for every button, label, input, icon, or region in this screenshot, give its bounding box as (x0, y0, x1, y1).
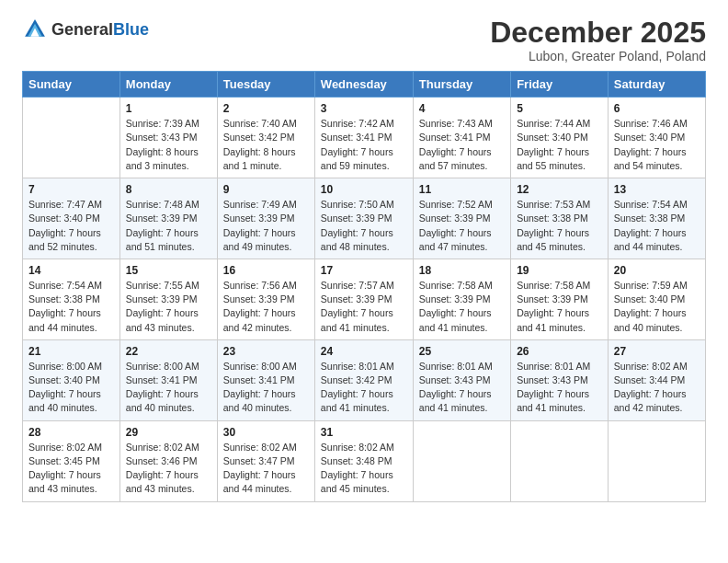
day-number: 7 (28, 183, 114, 196)
day-info: Sunrise: 8:00 AMSunset: 3:41 PMDaylight:… (223, 360, 309, 416)
day-cell: 26Sunrise: 8:01 AMSunset: 3:43 PMDayligh… (511, 339, 609, 420)
day-number: 10 (321, 183, 407, 196)
week-row-0: 1Sunrise: 7:39 AMSunset: 3:43 PMDaylight… (23, 98, 706, 178)
day-cell: 5Sunrise: 7:44 AMSunset: 3:40 PMDaylight… (511, 98, 609, 178)
day-cell: 2Sunrise: 7:40 AMSunset: 3:42 PMDaylight… (217, 98, 314, 178)
day-info: Sunrise: 7:53 AMSunset: 3:38 PMDaylight:… (517, 198, 602, 254)
calendar-table: SundayMondayTuesdayWednesdayThursdayFrid… (22, 71, 706, 501)
day-info: Sunrise: 7:57 AMSunset: 3:39 PMDaylight:… (321, 279, 407, 335)
header-row: SundayMondayTuesdayWednesdayThursdayFrid… (23, 72, 706, 98)
day-cell: 31Sunrise: 8:02 AMSunset: 3:48 PMDayligh… (314, 420, 413, 501)
day-info: Sunrise: 8:02 AMSunset: 3:46 PMDaylight:… (126, 441, 211, 497)
logo-icon (22, 17, 48, 42)
day-cell (413, 420, 510, 501)
day-cell: 12Sunrise: 7:53 AMSunset: 3:38 PMDayligh… (511, 178, 609, 259)
week-row-3: 21Sunrise: 8:00 AMSunset: 3:40 PMDayligh… (23, 339, 706, 420)
logo-blue: Blue (113, 20, 149, 39)
day-cell: 16Sunrise: 7:56 AMSunset: 3:39 PMDayligh… (217, 259, 314, 339)
day-cell: 19Sunrise: 7:58 AMSunset: 3:39 PMDayligh… (511, 259, 609, 339)
day-cell: 20Sunrise: 7:59 AMSunset: 3:40 PMDayligh… (608, 259, 705, 339)
day-info: Sunrise: 8:02 AMSunset: 3:44 PMDaylight:… (614, 360, 700, 416)
day-number: 17 (321, 264, 407, 277)
day-cell: 4Sunrise: 7:43 AMSunset: 3:41 PMDaylight… (413, 98, 510, 178)
day-cell: 6Sunrise: 7:46 AMSunset: 3:40 PMDaylight… (608, 98, 705, 178)
day-number: 24 (321, 345, 407, 358)
day-number: 14 (28, 264, 114, 277)
day-number: 31 (321, 426, 407, 439)
day-cell: 14Sunrise: 7:54 AMSunset: 3:38 PMDayligh… (23, 259, 120, 339)
day-cell (23, 98, 120, 178)
day-cell: 18Sunrise: 7:58 AMSunset: 3:39 PMDayligh… (413, 259, 510, 339)
day-cell: 13Sunrise: 7:54 AMSunset: 3:38 PMDayligh… (608, 178, 705, 259)
day-info: Sunrise: 7:39 AMSunset: 3:43 PMDaylight:… (126, 117, 211, 173)
day-info: Sunrise: 8:00 AMSunset: 3:40 PMDaylight:… (28, 360, 114, 416)
day-cell: 27Sunrise: 8:02 AMSunset: 3:44 PMDayligh… (608, 339, 705, 420)
day-cell: 1Sunrise: 7:39 AMSunset: 3:43 PMDaylight… (119, 98, 217, 178)
day-cell: 3Sunrise: 7:42 AMSunset: 3:41 PMDaylight… (314, 98, 413, 178)
day-info: Sunrise: 7:54 AMSunset: 3:38 PMDaylight:… (614, 198, 700, 254)
day-number: 28 (28, 426, 114, 439)
day-number: 18 (419, 264, 505, 277)
day-cell: 15Sunrise: 7:55 AMSunset: 3:39 PMDayligh… (119, 259, 217, 339)
day-info: Sunrise: 8:02 AMSunset: 3:45 PMDaylight:… (28, 441, 114, 497)
header-cell-monday: Monday (119, 72, 217, 98)
day-number: 16 (223, 264, 309, 277)
day-info: Sunrise: 7:43 AMSunset: 3:41 PMDaylight:… (419, 117, 505, 173)
day-info: Sunrise: 7:49 AMSunset: 3:39 PMDaylight:… (223, 198, 309, 254)
logo-general: General (51, 20, 113, 39)
day-number: 20 (614, 264, 700, 277)
day-number: 21 (28, 345, 114, 358)
day-number: 27 (614, 345, 700, 358)
day-number: 2 (223, 102, 309, 115)
day-number: 12 (517, 183, 602, 196)
logo-text: GeneralBlue (51, 21, 149, 39)
day-cell: 7Sunrise: 7:47 AMSunset: 3:40 PMDaylight… (23, 178, 120, 259)
title-area: December 2025 Lubon, Greater Poland, Pol… (490, 17, 706, 63)
day-info: Sunrise: 7:40 AMSunset: 3:42 PMDaylight:… (223, 117, 309, 173)
day-info: Sunrise: 7:42 AMSunset: 3:41 PMDaylight:… (321, 117, 407, 173)
day-info: Sunrise: 7:58 AMSunset: 3:39 PMDaylight:… (517, 279, 602, 335)
day-number: 22 (126, 345, 211, 358)
day-info: Sunrise: 7:44 AMSunset: 3:40 PMDaylight:… (517, 117, 602, 173)
day-cell: 17Sunrise: 7:57 AMSunset: 3:39 PMDayligh… (314, 259, 413, 339)
day-info: Sunrise: 7:52 AMSunset: 3:39 PMDaylight:… (419, 198, 505, 254)
day-info: Sunrise: 8:01 AMSunset: 3:43 PMDaylight:… (517, 360, 602, 416)
day-info: Sunrise: 7:56 AMSunset: 3:39 PMDaylight:… (223, 279, 309, 335)
day-number: 6 (614, 102, 700, 115)
day-info: Sunrise: 8:00 AMSunset: 3:41 PMDaylight:… (126, 360, 211, 416)
day-number: 29 (126, 426, 211, 439)
day-number: 30 (223, 426, 309, 439)
day-number: 4 (419, 102, 505, 115)
day-number: 8 (126, 183, 211, 196)
day-number: 26 (517, 345, 602, 358)
day-cell: 11Sunrise: 7:52 AMSunset: 3:39 PMDayligh… (413, 178, 510, 259)
day-cell: 21Sunrise: 8:00 AMSunset: 3:40 PMDayligh… (23, 339, 120, 420)
header-cell-thursday: Thursday (413, 72, 510, 98)
day-info: Sunrise: 8:01 AMSunset: 3:43 PMDaylight:… (419, 360, 505, 416)
week-row-1: 7Sunrise: 7:47 AMSunset: 3:40 PMDaylight… (23, 178, 706, 259)
day-info: Sunrise: 7:54 AMSunset: 3:38 PMDaylight:… (28, 279, 114, 335)
header-cell-saturday: Saturday (608, 72, 705, 98)
logo: GeneralBlue (22, 17, 149, 42)
subtitle: Lubon, Greater Poland, Poland (490, 49, 706, 63)
day-cell: 22Sunrise: 8:00 AMSunset: 3:41 PMDayligh… (119, 339, 217, 420)
day-number: 3 (321, 102, 407, 115)
day-number: 9 (223, 183, 309, 196)
day-info: Sunrise: 7:47 AMSunset: 3:40 PMDaylight:… (28, 198, 114, 254)
day-info: Sunrise: 7:59 AMSunset: 3:40 PMDaylight:… (614, 279, 700, 335)
day-number: 11 (419, 183, 505, 196)
day-info: Sunrise: 8:01 AMSunset: 3:42 PMDaylight:… (321, 360, 407, 416)
header-cell-sunday: Sunday (23, 72, 120, 98)
day-cell: 9Sunrise: 7:49 AMSunset: 3:39 PMDaylight… (217, 178, 314, 259)
day-info: Sunrise: 7:55 AMSunset: 3:39 PMDaylight:… (126, 279, 211, 335)
day-number: 1 (126, 102, 211, 115)
day-cell: 23Sunrise: 8:00 AMSunset: 3:41 PMDayligh… (217, 339, 314, 420)
day-info: Sunrise: 8:02 AMSunset: 3:47 PMDaylight:… (223, 441, 309, 497)
day-info: Sunrise: 7:50 AMSunset: 3:39 PMDaylight:… (321, 198, 407, 254)
header-cell-wednesday: Wednesday (314, 72, 413, 98)
day-cell: 10Sunrise: 7:50 AMSunset: 3:39 PMDayligh… (314, 178, 413, 259)
day-cell: 24Sunrise: 8:01 AMSunset: 3:42 PMDayligh… (314, 339, 413, 420)
day-number: 5 (517, 102, 602, 115)
main-title: December 2025 (490, 17, 706, 49)
header-cell-friday: Friday (511, 72, 609, 98)
